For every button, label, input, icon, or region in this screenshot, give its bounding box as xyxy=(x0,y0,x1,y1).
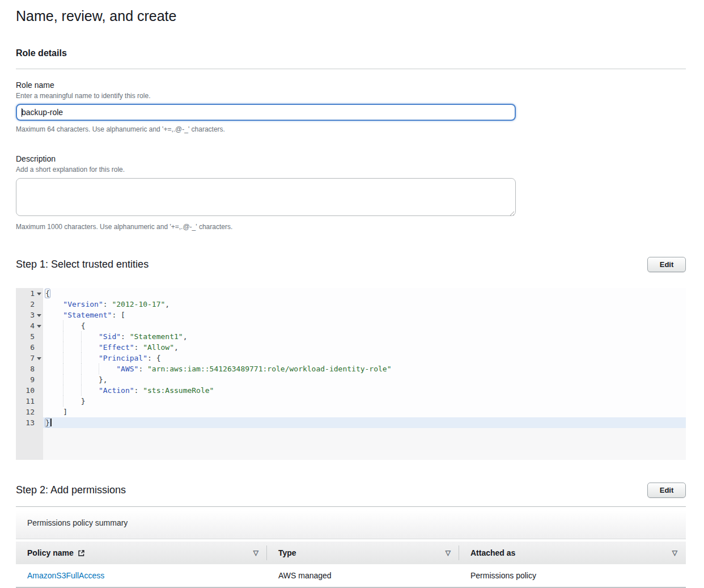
sort-icon[interactable]: ▽ xyxy=(446,549,451,556)
trust-policy-editor[interactable]: 1{2 "Version": "2012-10-17",3 "Statement… xyxy=(16,288,686,460)
indent-guide xyxy=(63,374,63,385)
code-line: 1{ xyxy=(16,288,686,299)
table-row: AmazonS3FullAccessAWS managedPermissions… xyxy=(16,564,686,588)
code-line: 8 "AWS": "arn:aws:iam::541263489771:role… xyxy=(16,363,686,374)
external-link-icon[interactable] xyxy=(78,549,85,557)
code-text: "Principal": { xyxy=(43,353,686,363)
indent-guide xyxy=(63,363,63,374)
code-line: 9 }, xyxy=(16,374,686,385)
code-text: } xyxy=(43,396,686,407)
description-textarea[interactable] xyxy=(16,178,516,216)
column-label: Attached as xyxy=(470,548,515,557)
fold-arrow-icon[interactable] xyxy=(37,357,41,360)
line-number: 9 xyxy=(16,374,43,385)
editor-caret xyxy=(50,418,52,426)
policy-table-body: AmazonS3FullAccessAWS managedPermissions… xyxy=(16,564,686,588)
role-name-field: Role name Enter a meaningful name to ide… xyxy=(16,81,686,133)
role-name-input[interactable] xyxy=(16,104,516,121)
code-line: 4 { xyxy=(16,320,686,331)
code-line: 10 "Action": "sts:AssumeRole" xyxy=(16,385,686,396)
step2-heading: Step 2: Add permissions xyxy=(16,484,126,496)
step1-edit-button[interactable]: Edit xyxy=(647,257,686,272)
indent-guide xyxy=(81,342,82,353)
text-caret xyxy=(22,108,22,117)
description-help: Add a short explanation for this role. xyxy=(16,166,686,174)
line-number: 10 xyxy=(16,385,43,396)
code-line: 13} xyxy=(16,417,686,428)
indent-guide xyxy=(63,396,63,407)
policy-name-link[interactable]: AmazonS3FullAccess xyxy=(27,571,104,580)
description-label: Description xyxy=(16,154,686,163)
column-header-type[interactable]: Type▽ xyxy=(267,542,459,564)
indent-guide xyxy=(99,363,99,374)
code-line: 7 "Principal": { xyxy=(16,353,686,363)
line-number: 8 xyxy=(16,363,43,374)
attached-as-cell: Permissions policy xyxy=(459,571,686,580)
permissions-panel: Permissions policy summary Policy name▽T… xyxy=(16,506,686,588)
code-line: 2 "Version": "2012-10-17", xyxy=(16,299,686,310)
divider xyxy=(16,69,686,69)
indent-guide xyxy=(63,353,63,363)
code-text: } xyxy=(43,417,686,428)
line-number: 3 xyxy=(16,310,43,320)
code-text: { xyxy=(43,288,686,299)
code-text: { xyxy=(43,320,686,331)
line-number: 1 xyxy=(16,288,43,299)
sort-icon[interactable]: ▽ xyxy=(672,549,677,556)
indent-guide xyxy=(63,342,63,353)
permissions-panel-title: Permissions policy summary xyxy=(16,507,686,539)
code-text: }, xyxy=(43,374,686,385)
code-line: 12 ] xyxy=(16,407,686,417)
column-header-policy-name[interactable]: Policy name▽ xyxy=(16,542,267,564)
code-text: ] xyxy=(43,407,686,417)
code-line: 6 "Effect": "Allow", xyxy=(16,342,686,353)
line-number: 2 xyxy=(16,299,43,310)
line-number: 5 xyxy=(16,331,43,342)
description-field: Description Add a short explanation for … xyxy=(16,154,686,231)
code-text: "AWS": "arn:aws:iam::541263489771:role/w… xyxy=(43,363,686,374)
indent-guide xyxy=(63,385,63,396)
description-constraint: Maximum 1000 characters. Use alphanumeri… xyxy=(16,223,686,231)
code-line: 3 "Statement": [ xyxy=(16,310,686,320)
column-label: Policy name xyxy=(27,548,74,557)
sort-icon[interactable]: ▽ xyxy=(253,549,258,556)
page-title: Name, review, and create xyxy=(16,8,686,24)
line-number: 6 xyxy=(16,342,43,353)
line-number: 13 xyxy=(16,417,43,428)
indent-guide xyxy=(63,331,63,342)
code-text: "Action": "sts:AssumeRole" xyxy=(43,385,686,396)
fold-arrow-icon[interactable] xyxy=(37,314,41,317)
indent-guide xyxy=(81,385,82,396)
page: Name, review, and create Role details Ro… xyxy=(0,8,704,588)
code-text: "Effect": "Allow", xyxy=(43,342,686,353)
role-name-help: Enter a meaningful name to identify this… xyxy=(16,92,686,100)
step1-heading: Step 1: Select trusted entities xyxy=(16,259,149,270)
indent-guide xyxy=(81,353,82,363)
line-number: 4 xyxy=(16,320,43,331)
line-number: 11 xyxy=(16,396,43,407)
policy-type-cell: AWS managed xyxy=(267,571,459,580)
policy-table-head: Policy name▽Type▽Attached as▽ xyxy=(16,542,686,564)
code-lines: 1{2 "Version": "2012-10-17",3 "Statement… xyxy=(16,288,686,428)
code-text: "Sid": "Statement1", xyxy=(43,331,686,342)
step2-edit-button[interactable]: Edit xyxy=(647,483,686,498)
code-line: 5 "Sid": "Statement1", xyxy=(16,331,686,342)
role-details-heading: Role details xyxy=(16,48,686,58)
line-number: 12 xyxy=(16,407,43,417)
line-number: 7 xyxy=(16,353,43,363)
fold-arrow-icon[interactable] xyxy=(37,325,41,328)
indent-guide xyxy=(81,331,82,342)
column-header-attached-as[interactable]: Attached as▽ xyxy=(459,542,686,564)
code-text: "Version": "2012-10-17", xyxy=(43,299,686,310)
fold-arrow-icon[interactable] xyxy=(37,293,41,295)
indent-guide xyxy=(81,363,82,374)
role-name-constraint: Maximum 64 characters. Use alphanumeric … xyxy=(16,125,686,133)
role-name-label: Role name xyxy=(16,81,686,90)
indent-guide xyxy=(63,320,63,331)
code-line: 11 } xyxy=(16,396,686,407)
indent-guide xyxy=(81,374,82,385)
code-text: "Statement": [ xyxy=(43,310,686,320)
column-label: Type xyxy=(278,548,296,557)
